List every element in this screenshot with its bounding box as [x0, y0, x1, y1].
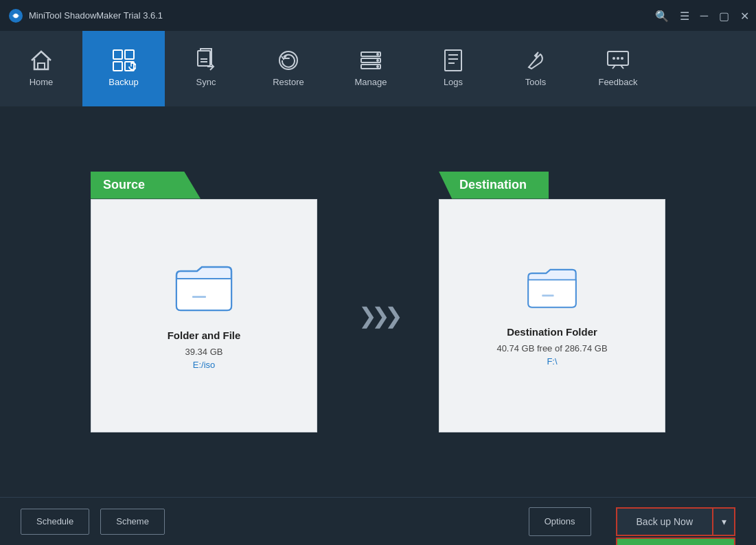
app-logo: [8, 8, 23, 23]
svg-rect-9: [284, 58, 290, 59]
nav-restore-label: Restore: [273, 77, 304, 87]
window-controls: 🔍 ☰ ─ ▢ ✕: [655, 9, 749, 22]
source-card: Source Folder and File 39.34 GB E:/iso: [91, 172, 317, 432]
destination-header: Destination: [439, 172, 665, 199]
source-size: 39.34 GB: [185, 347, 223, 357]
svg-rect-16: [445, 50, 461, 71]
nav-logs[interactable]: Logs: [412, 31, 494, 106]
nav-backup[interactable]: Backup: [82, 31, 165, 106]
svg-point-13: [376, 53, 379, 56]
destination-title: Destination Folder: [507, 326, 597, 338]
backup-later-button[interactable]: Back up Later: [616, 537, 735, 546]
source-card-body[interactable]: Folder and File 39.34 GB E:/iso: [91, 199, 317, 432]
arrow-section: ❯ ❯ ❯: [358, 275, 398, 329]
nav-logs-label: Logs: [444, 77, 463, 87]
nav-manage-label: Manage: [355, 77, 387, 87]
svg-point-18: [612, 57, 615, 60]
chevron-down-icon: ▾: [722, 516, 726, 527]
backup-dropdown-arrow[interactable]: ▾: [712, 507, 735, 536]
backup-icon: [111, 48, 136, 73]
main-content: Source Folder and File 39.34 GB E:/iso ❯…: [0, 106, 756, 497]
svg-rect-2: [38, 63, 45, 69]
svg-point-20: [621, 57, 623, 60]
destination-header-bg: Destination: [439, 172, 549, 199]
home-icon: [29, 48, 54, 73]
close-icon[interactable]: ✕: [740, 9, 749, 22]
nav-home-label: Home: [30, 77, 54, 87]
svg-rect-4: [125, 50, 134, 59]
svg-point-14: [376, 59, 379, 62]
nav-home[interactable]: Home: [0, 31, 82, 106]
source-header: Source: [91, 172, 317, 199]
destination-free: 40.74 GB free of 286.74 GB: [496, 343, 607, 353]
nav-manage[interactable]: Manage: [330, 31, 412, 106]
nav-tools[interactable]: Tools: [494, 31, 577, 106]
sync-icon: [194, 48, 218, 73]
app-title: MiniTool ShadowMaker Trial 3.6.1: [29, 10, 163, 21]
search-icon[interactable]: 🔍: [655, 9, 669, 22]
destination-path: F:\: [547, 356, 557, 367]
svg-rect-5: [113, 62, 122, 71]
source-header-label: Source: [103, 178, 145, 192]
nav-backup-label: Backup: [108, 77, 138, 87]
svg-point-1: [14, 14, 18, 18]
titlebar: MiniTool ShadowMaker Trial 3.6.1 🔍 ☰ ─ ▢…: [0, 0, 756, 31]
destination-folder-icon: [525, 265, 580, 312]
menu-icon[interactable]: ☰: [680, 9, 689, 22]
restore-icon: [276, 48, 301, 73]
nav-feedback[interactable]: Feedback: [577, 31, 659, 106]
minimize-icon[interactable]: ─: [700, 10, 708, 22]
tools-icon: [523, 48, 548, 73]
nav-tools-label: Tools: [525, 77, 546, 87]
source-header-bg: Source: [91, 172, 201, 199]
nav-sync[interactable]: Sync: [165, 31, 247, 106]
schedule-button[interactable]: Schedule: [21, 509, 89, 535]
destination-card: Destination Destination Folder 40.74 GB …: [439, 172, 665, 432]
destination-header-label: Destination: [459, 178, 527, 192]
svg-point-19: [617, 57, 619, 60]
nav-sync-label: Sync: [196, 77, 216, 87]
scheme-button[interactable]: Scheme: [100, 509, 165, 535]
feedback-icon: [606, 48, 630, 73]
forward-arrows: ❯ ❯ ❯: [358, 303, 398, 329]
backup-now-group: Back up Now ▾ Back up Later: [616, 507, 735, 536]
maximize-icon[interactable]: ▢: [719, 9, 729, 22]
nav-restore[interactable]: Restore: [247, 31, 330, 106]
backup-now-button[interactable]: Back up Now: [616, 507, 712, 536]
navbar: Home Backup Sync Re: [0, 31, 756, 106]
manage-icon: [358, 48, 383, 73]
svg-rect-22: [542, 294, 553, 297]
logs-icon: [441, 48, 466, 73]
bottombar: Schedule Scheme Options Back up Now ▾ Ba…: [0, 497, 756, 545]
source-title: Folder and File: [168, 329, 241, 341]
source-path: E:/iso: [193, 360, 216, 370]
svg-point-15: [376, 65, 379, 68]
svg-rect-21: [192, 296, 206, 298]
svg-rect-3: [113, 50, 122, 59]
destination-card-body[interactable]: Destination Folder 40.74 GB free of 286.…: [439, 199, 665, 432]
nav-feedback-label: Feedback: [598, 77, 637, 87]
options-button[interactable]: Options: [529, 507, 591, 536]
source-folder-icon: [173, 262, 235, 316]
